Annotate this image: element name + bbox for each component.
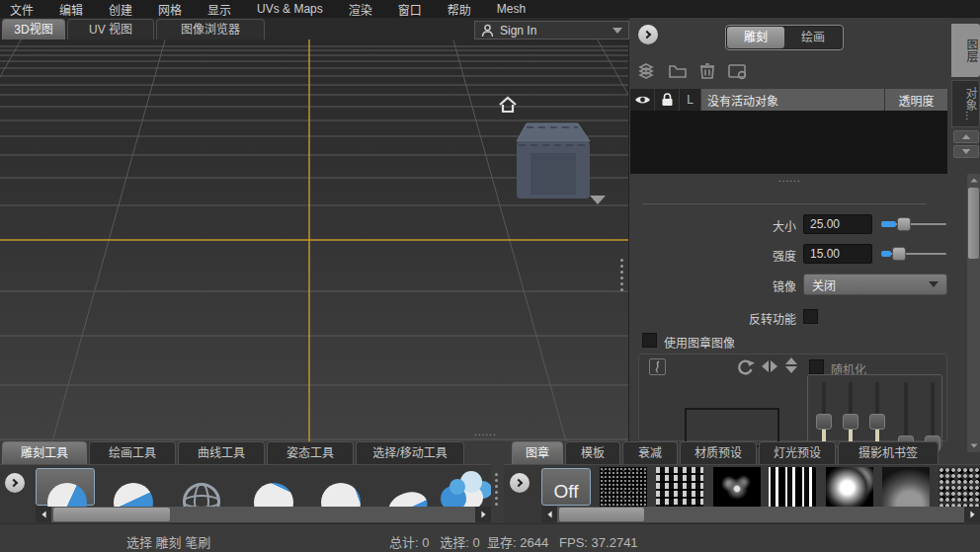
side-tab-scroll-up-button[interactable]	[953, 130, 979, 143]
size-label: 大小	[705, 217, 796, 234]
collapse-panel-button[interactable]	[638, 25, 658, 44]
scroll-left-icon[interactable]	[541, 507, 557, 522]
flip-horizontal-icon[interactable]	[762, 360, 777, 372]
chevron-down-icon	[612, 28, 622, 34]
expand-tray-button[interactable]	[5, 473, 25, 493]
scrollbar-thumb[interactable]	[968, 188, 979, 259]
viewport-3d[interactable]: ......	[0, 39, 629, 441]
stamp-tray-scrollbar[interactable]	[541, 507, 980, 522]
scroll-up-icon[interactable]	[967, 174, 980, 187]
stamp-off-tile[interactable]: Off	[541, 468, 591, 506]
stamp-tray-tabs: 图章 模板 衰减 材质预设 灯光预设 摄影机书签	[504, 441, 980, 464]
strength-slider[interactable]	[881, 246, 946, 263]
tray-splitter-handle[interactable]: ......	[474, 427, 497, 437]
side-tab-layers[interactable]: 图层	[951, 24, 980, 77]
scroll-right-icon[interactable]	[964, 507, 980, 522]
tab-falloff[interactable]: 衰减	[622, 441, 678, 464]
view-cube[interactable]	[513, 116, 594, 202]
stamp-thumbnail-cloud[interactable]	[826, 467, 873, 507]
delete-layer-button[interactable]	[697, 61, 719, 81]
tab-3d-view[interactable]: 3D视图	[2, 19, 65, 39]
randomize-checkbox[interactable]	[809, 359, 824, 374]
tab-image-browser[interactable]: 图像浏览器	[156, 19, 265, 39]
stamp-thumbnail-streaks[interactable]	[769, 467, 816, 507]
total-label: 总计:	[389, 535, 419, 550]
tab-uv-view[interactable]: UV 视图	[67, 19, 154, 39]
stamp-image-group: 随机化	[638, 354, 947, 441]
flip-vertical-icon[interactable]	[785, 357, 797, 373]
strength-label: 强度	[705, 247, 796, 264]
properties-panel: 雕刻 绘画	[630, 18, 980, 441]
menu-window[interactable]: 窗口	[398, 1, 422, 18]
strength-input[interactable]: 15.00	[803, 244, 872, 264]
scroll-right-icon[interactable]	[475, 507, 491, 522]
layer-l-column: L	[680, 89, 701, 111]
tab-material-presets[interactable]: 材质预设	[680, 441, 757, 464]
tab-sculpt-tools[interactable]: 雕刻工具	[2, 441, 87, 464]
layer-image-button[interactable]	[727, 61, 749, 81]
menu-render[interactable]: 渲染	[349, 1, 372, 18]
expand-stamp-tray-button[interactable]	[510, 473, 530, 493]
layer-lock-column[interactable]	[655, 89, 680, 111]
layer-opacity-header: 透明度	[884, 89, 947, 111]
scrollbar-thumb[interactable]	[53, 508, 170, 521]
mirror-dropdown[interactable]: 关闭	[803, 274, 947, 295]
stamp-thumbnail-dot-grid[interactable]	[656, 467, 703, 507]
brush-tray-scrollbar[interactable]	[36, 507, 491, 522]
layer-visibility-column[interactable]	[630, 89, 655, 111]
lock-icon	[661, 93, 674, 107]
sign-in-dropdown[interactable]: Sign In	[474, 21, 629, 39]
home-icon[interactable]	[498, 96, 518, 114]
size-input[interactable]: 25.00	[803, 214, 872, 234]
panel-splitter-handle[interactable]	[620, 257, 623, 292]
foamy-brush-icon[interactable]	[449, 479, 465, 495]
mode-paint-button[interactable]: 绘画	[784, 27, 842, 48]
scroll-left-icon[interactable]	[36, 507, 51, 522]
side-tab-objects[interactable]: 对象...	[951, 80, 980, 127]
stamp-tray: Off	[504, 464, 980, 523]
menu-mesh-grid[interactable]: 网格	[158, 1, 182, 18]
panel-scrollbar[interactable]	[967, 174, 980, 452]
new-layer-button[interactable]	[638, 61, 660, 81]
tab-stencils[interactable]: 模板	[565, 441, 620, 464]
stamp-thumbnail-rock[interactable]	[939, 467, 980, 507]
mode-sculpt-button[interactable]: 雕刻	[727, 27, 784, 48]
menu-file[interactable]: 文件	[10, 1, 34, 18]
menu-create[interactable]: 创建	[109, 1, 132, 18]
mode-switch: 雕刻 绘画	[725, 25, 844, 50]
trash-icon	[697, 61, 719, 81]
menu-display[interactable]: 显示	[207, 1, 231, 18]
scrollbar-thumb[interactable]	[559, 508, 644, 521]
menu-help[interactable]: 帮助	[448, 1, 471, 18]
brush-tile-selected[interactable]	[36, 468, 95, 506]
size-slider[interactable]	[881, 216, 946, 233]
tab-select-move-tools[interactable]: 选择/移动工具	[356, 441, 464, 464]
menu-mesh[interactable]: Mesh	[497, 2, 526, 16]
vram-label: 显存:	[487, 535, 517, 550]
rotate-icon[interactable]	[736, 358, 756, 376]
menu-uvs-maps[interactable]: UVs & Maps	[257, 2, 323, 16]
use-stamp-checkbox[interactable]	[642, 333, 657, 348]
menu-edit[interactable]: 编辑	[59, 1, 83, 18]
layer-list-resize-handle[interactable]: ......	[778, 176, 801, 182]
tab-camera-bookmarks[interactable]: 摄影机书签	[838, 441, 939, 464]
stamp-thumbnail-splatter[interactable]	[713, 467, 761, 507]
stamp-thumbnail-noise[interactable]	[600, 467, 647, 507]
tab-stamps[interactable]: 图章	[512, 441, 563, 464]
tab-curve-tools[interactable]: 曲线工具	[178, 441, 265, 464]
tab-paint-tools[interactable]: 绘画工具	[89, 441, 176, 464]
layer-group-button[interactable]	[668, 61, 690, 81]
current-brush-hint: 选择 雕刻 笔刷	[126, 532, 210, 551]
side-tab-scroll-down-button[interactable]	[953, 145, 979, 158]
invert-checkbox[interactable]	[803, 309, 818, 324]
stamp-thumbnail-smoke[interactable]	[882, 467, 930, 507]
tray-divider-handle[interactable]	[495, 471, 498, 507]
stamp-browse-button[interactable]	[649, 358, 666, 375]
tab-pose-tools[interactable]: 姿态工具	[267, 441, 354, 464]
fps-label: FPS:	[559, 535, 588, 550]
view-cube-menu-arrow-icon[interactable]	[590, 196, 606, 204]
vram-value: 2644	[520, 535, 548, 550]
invert-label: 反转功能	[705, 310, 796, 327]
layer-list[interactable]	[630, 111, 947, 174]
tab-light-presets[interactable]: 灯光预设	[759, 441, 836, 464]
